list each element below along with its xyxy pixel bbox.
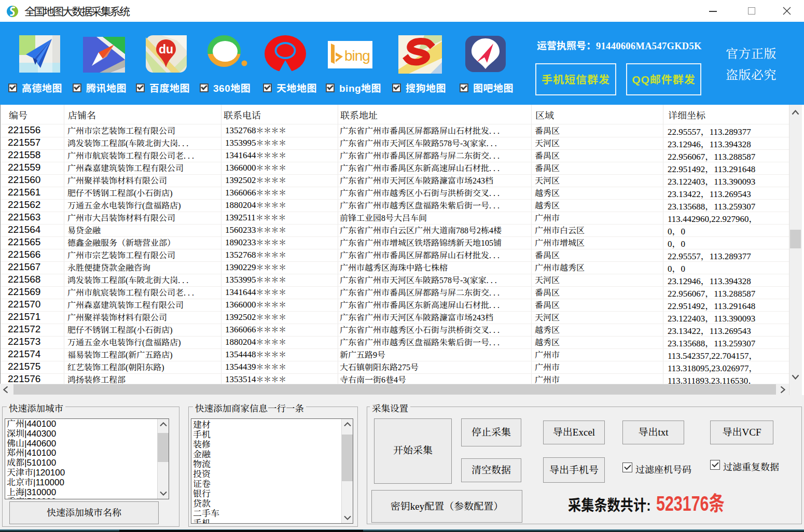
svg-text:bing: bing: [344, 48, 370, 64]
svg-text:du: du: [159, 43, 173, 56]
